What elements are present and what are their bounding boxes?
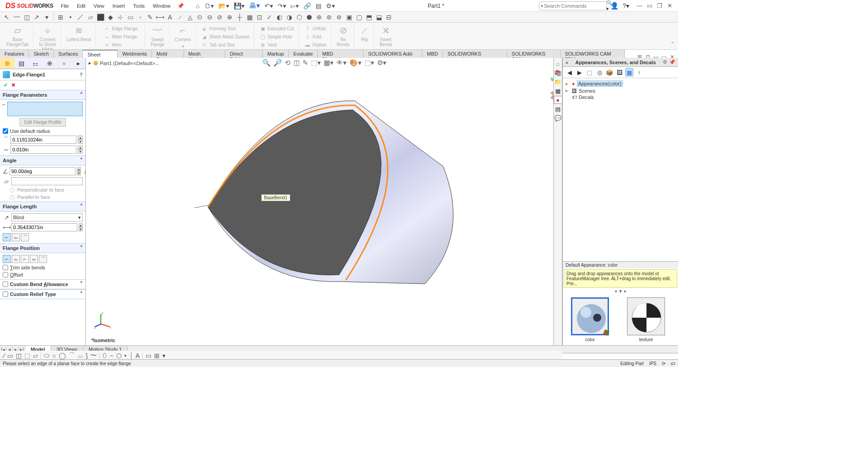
apply-scene-icon[interactable]: ⬚▾ (364, 59, 374, 67)
unfold-button[interactable]: ⤴Unfold (302, 24, 328, 33)
sketch-circle-icon[interactable]: ○ (52, 352, 56, 359)
dropdown-icon[interactable]: ▾ (42, 13, 51, 21)
zoom-area-icon[interactable]: 🔎 (274, 59, 282, 67)
tp-resources-icon[interactable]: ⌂ (554, 60, 562, 68)
lofted-bend-button[interactable]: ≋Lofted-Bend (65, 24, 93, 43)
display-style-icon[interactable]: ▦▾ (324, 59, 334, 67)
tp-design-library-icon[interactable]: 📚 (554, 69, 562, 77)
filter-axis-icon[interactable]: ⊹ (116, 13, 124, 21)
perpendicular-radio[interactable]: Perpendicular to face (3, 187, 83, 193)
section-angle[interactable]: Angle˄ (0, 155, 85, 165)
sketch-3pt-arc-icon[interactable]: ⌓ (78, 352, 83, 359)
sketch-polygon-icon[interactable]: ⬡ (116, 352, 122, 359)
sketch-grid-icon[interactable]: ⊞ (154, 352, 160, 359)
filter-misc10-icon[interactable]: ⬒ (365, 13, 373, 21)
corners-button[interactable]: ⌐Corners▾ (173, 24, 193, 50)
filter-hole-icon[interactable]: ⊘ (216, 13, 224, 21)
section-flange-length[interactable]: Flange Length˄ (0, 202, 85, 212)
material-inside-icon[interactable]: ⌐ (3, 255, 11, 263)
filter-gtol-icon[interactable]: ⊡ (255, 13, 264, 21)
swept-flange-button[interactable]: 〰Swept Flange (149, 24, 166, 48)
sketch-text-icon[interactable]: A (136, 352, 140, 359)
filter-vertex-icon[interactable]: • (66, 13, 75, 21)
user-icon[interactable]: 👤 (610, 2, 619, 10)
pin-menu-icon[interactable]: 📌 (175, 3, 187, 9)
filter-dim-icon[interactable]: ⟷ (156, 13, 164, 21)
filter-misc11-icon[interactable]: ⬓ (375, 13, 383, 21)
pm-help-icon[interactable]: ? (80, 72, 83, 77)
material-outside-icon[interactable]: ⌙ (12, 255, 20, 263)
filter-icon[interactable]: ⊞ (57, 13, 65, 21)
task-pane-pin-icon[interactable]: 📌 (669, 59, 675, 65)
simple-hole-button[interactable]: ◯Simple Hole (258, 33, 296, 41)
appearance-home-icon[interactable]: ⬚ (585, 68, 594, 76)
sketch-point-icon[interactable]: • (124, 352, 127, 359)
bend-outside-icon[interactable]: ⌐ (21, 255, 29, 263)
appearance-fwd-icon[interactable]: ▶ (576, 68, 584, 76)
filter-centerline-icon[interactable]: ┼ (236, 13, 244, 21)
file-props-icon[interactable]: ▤ (315, 1, 322, 10)
spinner[interactable]: ▲▼ (77, 167, 81, 175)
use-default-radius-input[interactable] (3, 128, 8, 134)
config-manager-tab-icon[interactable]: ⚏ (28, 58, 43, 69)
menu-tools[interactable]: Tools (129, 1, 149, 10)
parallel-radio[interactable]: Parallel to face (3, 194, 83, 200)
expand-icon[interactable]: ▸ (566, 88, 570, 94)
filter-datum-icon[interactable]: ◬ (186, 13, 194, 21)
rebuild-icon[interactable]: 🔗 (302, 1, 312, 10)
filter-weld-icon[interactable]: ⟋ (176, 13, 184, 21)
end-condition-combo[interactable]: Blind▾ (11, 213, 83, 221)
status-rebuild-icon[interactable]: ⟳ (662, 361, 665, 366)
property-manager-tab-icon[interactable]: ▤ (14, 58, 29, 69)
tangent-pos-icon[interactable]: ⌒ (39, 255, 47, 263)
sketch-parallelogram-icon[interactable]: ▱ (33, 352, 38, 359)
search-commands[interactable]: ▸ 🔍▾ (539, 1, 607, 10)
graphics-viewport[interactable]: ▸ ⬣ Part1 (Default<<Default>... 🔍 🔎 ⟲ ◫ … (86, 58, 562, 346)
tab-slot-button[interactable]: ⊓Tab and Slot (199, 41, 251, 49)
lasso-icon[interactable]: 〰 (13, 13, 21, 21)
sketch-tangent-arc-icon[interactable]: ⟆ (85, 352, 88, 359)
flyout-tree[interactable]: ▸ ⬣ Part1 (Default<<Default>... (89, 60, 159, 66)
bend-radius-input[interactable] (10, 136, 76, 144)
sketch-centerline-icon[interactable]: ┊ (129, 352, 133, 359)
insert-bends-button[interactable]: ⤨Insert Bends (377, 24, 394, 48)
outer-virtual-sharp-icon[interactable]: ⌐ (3, 233, 11, 241)
convert-sheet-metal-button[interactable]: ⟐Convert to Sheet Metal (37, 24, 57, 53)
filter-misc8-icon[interactable]: ▣ (345, 13, 353, 21)
swatch-color[interactable]: color (571, 297, 609, 342)
section-custom-bend-allowance[interactable]: Custom Bend Allowance ˅ (0, 279, 85, 289)
filter-point-icon[interactable]: ◦ (136, 13, 144, 21)
flange-length-input[interactable] (11, 223, 77, 231)
section-custom-relief[interactable]: Custom Relief Type ˅ (0, 289, 85, 299)
sketch-arc-icon[interactable]: ⌒ (69, 352, 75, 360)
sketch-plane-icon[interactable]: ▭ (146, 352, 151, 359)
tangent-bend-icon[interactable]: ⌒ (21, 233, 29, 241)
cam-manager-tab-icon[interactable]: ▸ (71, 58, 86, 69)
parallel-radio-input[interactable] (10, 195, 15, 200)
arrow-icon[interactable]: ↗ (33, 13, 41, 21)
filter-note-icon[interactable]: A (166, 13, 174, 21)
use-default-radius-checkbox[interactable]: Use default radius (3, 128, 83, 134)
base-flange-button[interactable]: ▱Base Flange/Tab (5, 24, 30, 48)
display-manager-tab-icon[interactable]: ● (57, 58, 71, 69)
restore-down-icon[interactable]: ▭ (646, 2, 654, 9)
maximize-icon[interactable]: ❐ (656, 2, 664, 9)
vent-button[interactable]: ⊞Vent (258, 41, 296, 49)
tp-view-palette-icon[interactable]: ▦ (554, 87, 562, 95)
appearance-scene-icon[interactable]: 🖼 (615, 68, 623, 76)
ribbon-expand-icon[interactable]: ˇ (671, 41, 674, 48)
filter-solid-icon[interactable]: ⬛ (96, 13, 104, 21)
extruded-cut-button[interactable]: ▣Extruded Cut (258, 24, 296, 33)
gusset-button[interactable]: ◢Sheet Metal Gusset (199, 33, 251, 41)
select-arrow-icon[interactable]: ↖ (3, 13, 11, 21)
filter-plane-icon[interactable]: ▭ (126, 13, 134, 21)
spinner[interactable]: ▲▼ (78, 136, 83, 144)
custom-bend-check[interactable]: Custom Bend Allowance (3, 282, 68, 287)
collapse-pane-icon[interactable]: « (566, 60, 568, 65)
filter-dowel-icon[interactable]: ⊙ (196, 13, 204, 21)
feature-manager-tab-icon[interactable]: ⬣ (0, 58, 14, 69)
filter-misc7-icon[interactable]: ⊜ (335, 13, 343, 21)
virtual-sharp-pos-icon[interactable]: ⌙ (30, 255, 38, 263)
edit-appearance-icon[interactable]: 🎨▾ (349, 59, 362, 67)
filter-sketch-icon[interactable]: ✎ (146, 13, 154, 21)
